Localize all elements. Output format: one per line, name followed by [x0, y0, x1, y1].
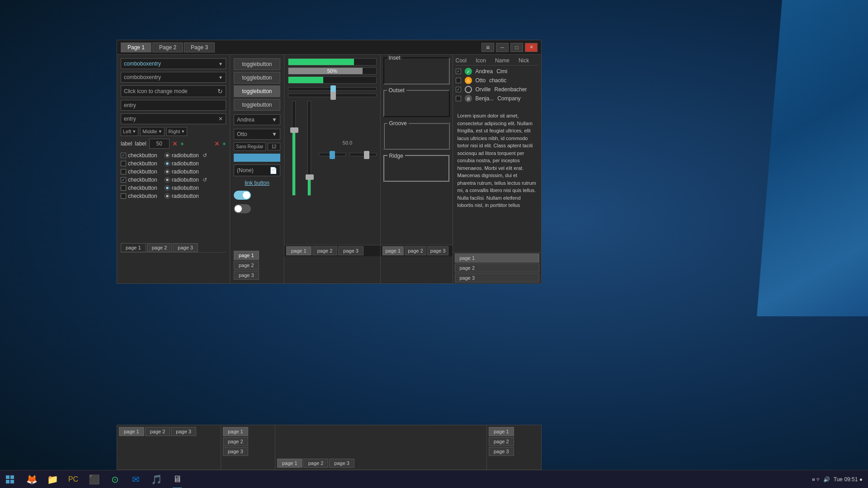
bp-tab1-3[interactable]: page 3	[171, 427, 196, 436]
taskbar-firefox[interactable]: 🦊	[22, 470, 42, 488]
radiobutton-3[interactable]	[165, 169, 170, 174]
entry-with-clear[interactable]: entry ✕	[121, 113, 226, 124]
bp-tab3-3[interactable]: page 3	[329, 459, 354, 468]
remove2-icon[interactable]: ✕	[214, 140, 220, 147]
color-bar[interactable]	[234, 154, 280, 162]
tab-page3[interactable]: Page 3	[184, 42, 215, 52]
tree-cb-4[interactable]	[456, 96, 461, 101]
bp-tab4-3[interactable]: page 3	[489, 447, 514, 456]
bp-tab2-1[interactable]: page 1	[223, 427, 248, 436]
combo-entry-1-value: comboboxentry	[124, 61, 161, 67]
togglebutton-2[interactable]: togglebutton	[234, 72, 280, 84]
bp-tab4-1[interactable]: page 1	[489, 427, 514, 436]
bp-tab3-1[interactable]: page 1	[277, 459, 302, 468]
radiobutton-1[interactable]	[165, 153, 170, 158]
tab-page1[interactable]: Page 1	[121, 42, 151, 52]
taskbar-app-active[interactable]: 🖥	[167, 470, 187, 488]
checkbox-4[interactable]: ✓	[121, 177, 126, 183]
mid-nb-tab3[interactable]: page 3	[234, 271, 259, 280]
checkbox-5[interactable]	[121, 185, 126, 191]
tab-page2[interactable]: Page 2	[152, 42, 183, 52]
menu-button[interactable]: ≡	[481, 43, 494, 52]
far-right-nb-tab1[interactable]: page 1	[455, 253, 540, 263]
radiobutton-4[interactable]	[165, 177, 170, 183]
taskbar-files[interactable]: 📁	[42, 470, 62, 488]
checkbox-1[interactable]: ✓	[121, 153, 126, 158]
radiobutton-6[interactable]	[165, 193, 170, 199]
vert-track-2[interactable]	[307, 101, 311, 196]
remove-icon[interactable]: ✕	[172, 140, 178, 147]
h-range-thumb-2[interactable]	[364, 151, 369, 159]
bp-tab1-1[interactable]: page 1	[119, 427, 144, 436]
bp-tab2-3[interactable]: page 3	[223, 447, 248, 456]
h-scale-1[interactable]	[288, 87, 377, 91]
checkbox-3[interactable]	[121, 169, 126, 174]
switch-track-2[interactable]	[234, 204, 251, 213]
far-right-nb-tab2[interactable]: page 2	[455, 263, 540, 272]
checkbox-2[interactable]	[121, 161, 126, 166]
h-range-thumb-1[interactable]	[330, 151, 335, 159]
taskbar-terminal[interactable]: ⬛	[84, 470, 104, 488]
h-range-1[interactable]	[319, 153, 346, 156]
otto-combo[interactable]: Otto ▼	[234, 129, 280, 140]
mid-nb-tab2[interactable]: page 2	[234, 261, 259, 270]
taskbar-blue[interactable]: ⊙	[105, 470, 125, 488]
taskbar-ide[interactable]: PC	[63, 470, 83, 488]
center-nb-tab3[interactable]: page 3	[338, 246, 363, 255]
togglebutton-1[interactable]: togglebutton	[234, 58, 280, 70]
mid-nb-tab1[interactable]: page 1	[234, 251, 259, 260]
bp-tab4-2[interactable]: page 2	[489, 437, 514, 446]
nb-tab-page2[interactable]: page 2	[147, 243, 172, 252]
right-combo[interactable]: Right ▼	[166, 127, 188, 136]
center-nb-tab1[interactable]: page 1	[286, 246, 311, 255]
togglebutton-3[interactable]: togglebutton	[234, 85, 280, 97]
left-combo[interactable]: Left ▼	[121, 127, 138, 136]
taskbar-outlook[interactable]: ✉	[126, 470, 146, 488]
center-nb-tab2[interactable]: page 2	[312, 246, 338, 255]
radiobutton-2[interactable]	[165, 161, 170, 166]
vert-thumb-2[interactable]	[306, 174, 314, 180]
vert-track-1[interactable]	[292, 101, 296, 196]
add-icon[interactable]: +	[180, 140, 184, 147]
none-button[interactable]: (None) 📄	[234, 164, 280, 176]
close-button[interactable]: ✕	[525, 43, 538, 52]
frames-nb-tab2[interactable]: page 2	[405, 246, 426, 255]
text-entry-1[interactable]: entry	[121, 100, 226, 111]
maximize-button[interactable]: □	[510, 43, 523, 52]
bp-tab3-2[interactable]: page 2	[303, 459, 329, 468]
taskbar-music[interactable]: 🎵	[146, 470, 166, 488]
middle-combo[interactable]: Middle ▼	[140, 127, 164, 136]
spin-input[interactable]	[149, 139, 170, 149]
add2-icon[interactable]: +	[222, 140, 226, 147]
frames-nb-tab3[interactable]: page 3	[427, 246, 449, 255]
vert-thumb-1[interactable]	[290, 127, 298, 133]
frames-nb-tab1[interactable]: page 1	[382, 246, 404, 255]
h-range-2[interactable]	[349, 153, 377, 156]
far-right-nb-tab3[interactable]: page 3	[455, 273, 540, 282]
refresh-icon[interactable]: ↻	[217, 88, 223, 95]
bp-tab2-2[interactable]: page 2	[223, 437, 248, 446]
clear-icon[interactable]: ✕	[218, 116, 223, 122]
tree-cb-1[interactable]: ✓	[456, 69, 461, 74]
nb-tab-page1[interactable]: page 1	[121, 243, 146, 252]
andrea-combo[interactable]: Andrea ▼	[234, 114, 280, 125]
frames-nb-content	[381, 256, 453, 283]
combo-entry-2[interactable]: comboboxentry ▼	[121, 72, 226, 83]
switch-1[interactable]	[234, 191, 280, 200]
tree-cb-3[interactable]: ✓	[456, 87, 461, 92]
h-scale-2[interactable]	[288, 94, 377, 97]
bp-tab1-2[interactable]: page 2	[145, 427, 170, 436]
combo-entry-1[interactable]: comboboxentry ▼	[121, 58, 226, 69]
h-thumb-2[interactable]	[330, 92, 336, 100]
togglebutton-4[interactable]: togglebutton	[234, 99, 280, 111]
nb-tab-page3[interactable]: page 3	[173, 243, 198, 252]
checkbox-6[interactable]	[121, 193, 126, 199]
start-button[interactable]	[0, 470, 20, 488]
minimize-button[interactable]: ─	[496, 43, 509, 52]
switch-track-1[interactable]	[234, 191, 251, 200]
radiobutton-5[interactable]	[165, 185, 170, 191]
switch-2[interactable]	[234, 204, 280, 213]
tree-cb-2[interactable]	[456, 78, 461, 83]
link-button[interactable]: link button	[234, 180, 280, 186]
search-entry[interactable]: Click icon to change mode ↻	[121, 85, 226, 97]
